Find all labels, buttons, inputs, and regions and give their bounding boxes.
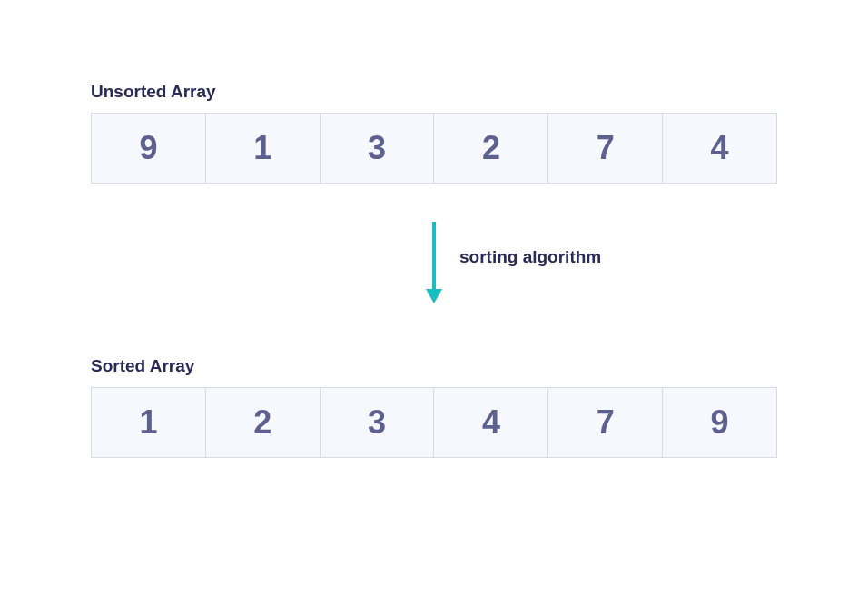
arrow-down-icon	[423, 222, 445, 304]
array-cell: 2	[206, 387, 321, 458]
array-cell: 4	[663, 113, 777, 184]
array-cell: 4	[434, 387, 548, 458]
array-cell: 2	[434, 113, 548, 184]
array-cell: 7	[548, 387, 663, 458]
array-cell: 3	[321, 113, 435, 184]
array-cell: 9	[91, 113, 206, 184]
array-cell: 7	[548, 113, 663, 184]
unsorted-array: 9 1 3 2 7 4	[91, 113, 777, 184]
array-cell: 9	[663, 387, 777, 458]
arrow-label: sorting algorithm	[459, 247, 601, 267]
sorted-array: 1 2 3 4 7 9	[91, 387, 777, 458]
svg-marker-1	[426, 289, 442, 304]
array-cell: 3	[321, 387, 435, 458]
array-cell: 1	[91, 387, 206, 458]
sorted-label: Sorted Array	[91, 356, 777, 376]
array-cell: 1	[206, 113, 321, 184]
unsorted-label: Unsorted Array	[91, 82, 777, 102]
arrow-section: sorting algorithm	[91, 211, 777, 329]
